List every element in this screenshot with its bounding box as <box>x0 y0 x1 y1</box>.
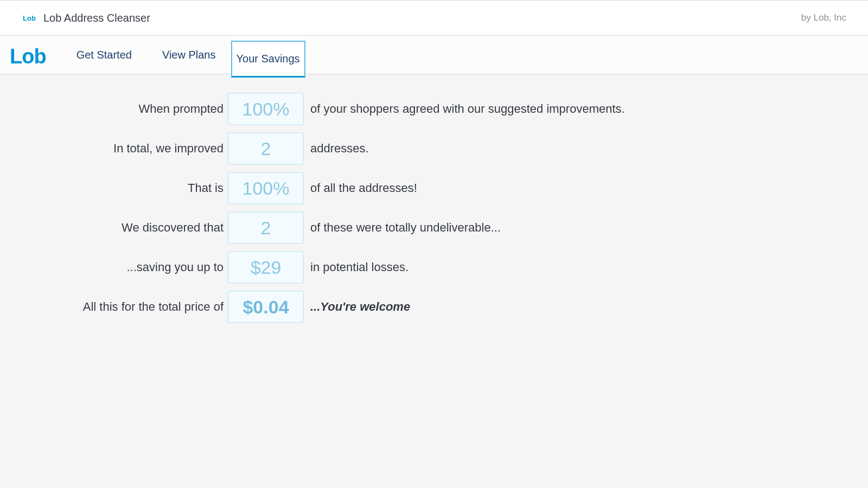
row-trail: in potential losses. <box>308 260 409 274</box>
savings-row: That is 100% of all the addresses! <box>0 172 868 204</box>
top-bar: Lob Lob Address Cleanser by Lob, Inc <box>0 0 868 36</box>
row-trail: of all the addresses! <box>308 181 417 195</box>
row-lead: All this for the total price of <box>0 300 224 314</box>
top-left: Lob Lob Address Cleanser <box>22 10 150 25</box>
stat-box-agreed-pct: 100% <box>228 93 304 125</box>
row-trail: addresses. <box>308 142 369 156</box>
row-lead: We discovered that <box>0 221 224 235</box>
savings-row: All this for the total price of $0.04 ..… <box>0 291 868 323</box>
tab-your-savings[interactable]: Your Savings <box>231 41 305 78</box>
nav-bar: Lob Get Started View Plans Your Savings <box>0 36 868 74</box>
row-lead: ...saving you up to <box>0 260 224 274</box>
lob-logo: Lob <box>10 42 46 68</box>
tab-view-plans[interactable]: View Plans <box>147 42 231 68</box>
row-lead: In total, we improved <box>0 142 224 156</box>
row-lead: When prompted <box>0 102 224 116</box>
app-title: Lob Address Cleanser <box>43 12 150 24</box>
by-line: by Lob, Inc <box>801 12 846 23</box>
stat-box-improved-count: 2 <box>228 132 304 165</box>
stat-box-all-pct: 100% <box>228 172 304 204</box>
savings-row: We discovered that 2 of these were total… <box>0 211 868 244</box>
stat-box-undeliverable-count: 2 <box>228 211 304 244</box>
savings-row: ...saving you up to $29 in potential los… <box>0 251 868 284</box>
row-trail: of these were totally undeliverable... <box>308 221 501 235</box>
stat-box-savings-amount: $29 <box>228 251 304 284</box>
savings-content: When prompted 100% of your shoppers agre… <box>0 74 868 323</box>
tab-get-started[interactable]: Get Started <box>61 42 147 68</box>
stat-box-total-price: $0.04 <box>228 291 304 323</box>
row-lead: That is <box>0 181 224 195</box>
row-trail: of your shoppers agreed with our suggest… <box>308 102 625 116</box>
lob-app-icon: Lob <box>22 10 37 25</box>
row-trail: ...You're welcome <box>308 300 410 314</box>
savings-row: In total, we improved 2 addresses. <box>0 132 868 165</box>
savings-row: When prompted 100% of your shoppers agre… <box>0 93 868 125</box>
